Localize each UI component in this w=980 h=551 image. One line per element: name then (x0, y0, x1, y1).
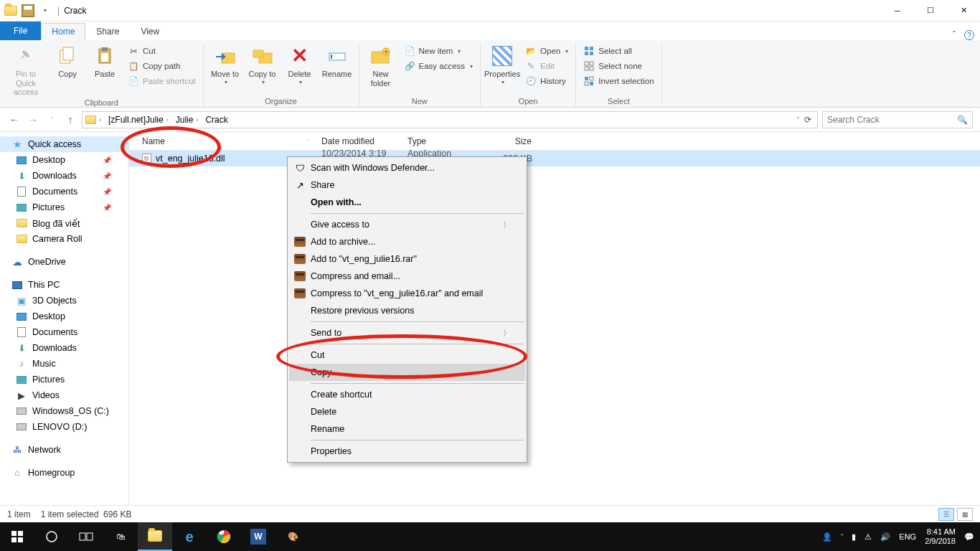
sidebar-item-drive-d[interactable]: LENOVO (D:) (0, 419, 128, 435)
addr-dropdown-icon[interactable]: ˅ (796, 116, 800, 123)
col-type[interactable]: Type (402, 136, 488, 146)
delete-button[interactable]: ✕Delete▾ (283, 43, 317, 87)
sidebar-quick-access[interactable]: ★Quick access (0, 136, 128, 152)
close-button[interactable]: ✕ (947, 0, 980, 22)
paste-shortcut-button[interactable]: 📄Paste shortcut (125, 75, 199, 88)
qat-save-icon[interactable] (20, 3, 36, 19)
sidebar-item-desktop2[interactable]: Desktop (0, 309, 128, 324)
address-bar[interactable]: › [zFull.net]Julie› Julie› Crack ˅⟳ (82, 111, 818, 128)
tab-home[interactable]: Home (41, 23, 85, 40)
sidebar-item-cameraroll[interactable]: Camera Roll (0, 231, 128, 247)
volume-icon[interactable]: 🔊 (880, 532, 890, 542)
people-icon[interactable]: 👤 (822, 532, 832, 542)
ctx-share[interactable]: ↗Share (289, 176, 525, 194)
sidebar-item-pictures[interactable]: Pictures📌 (0, 199, 128, 215)
wifi-icon[interactable]: ⚠ (864, 532, 872, 542)
ctx-delete[interactable]: Delete (289, 403, 525, 420)
tray-up-icon[interactable]: ˆ (841, 533, 843, 540)
chrome-button[interactable] (207, 522, 241, 551)
forward-button[interactable]: → (26, 113, 40, 127)
breadcrumb-item[interactable]: Julie› (174, 115, 203, 125)
ctx-shortcut[interactable]: Create shortcut (289, 386, 525, 403)
qat-dropdown-icon[interactable]: ▾ (37, 3, 53, 19)
sidebar-item-drive-c[interactable]: Windows8_OS (C:) (0, 403, 128, 419)
ctx-rename[interactable]: Rename (289, 420, 525, 438)
refresh-icon[interactable]: ⟳ (804, 115, 811, 125)
minimize-button[interactable]: ─ (881, 0, 914, 22)
ctx-openwith[interactable]: Open with... (289, 194, 525, 211)
language-indicator[interactable]: ENG (899, 532, 916, 541)
ctx-sendto[interactable]: Send to〉 (289, 324, 525, 342)
new-folder-button[interactable]: ✦New folder (364, 43, 398, 89)
tab-share[interactable]: Share (85, 23, 130, 40)
ctx-copy[interactable]: Copy (289, 364, 525, 381)
open-button[interactable]: 📂Open▾ (522, 44, 571, 57)
help-icon[interactable]: ? (964, 30, 974, 40)
explorer-button[interactable] (138, 522, 172, 551)
sidebar-item-documents[interactable]: Documents📌 (0, 184, 128, 199)
new-item-button[interactable]: 📄New item▾ (401, 44, 476, 57)
maximize-button[interactable]: ☐ (914, 0, 947, 22)
rename-button[interactable]: Rename (320, 43, 354, 80)
view-large-button[interactable]: ▦ (957, 508, 973, 521)
sidebar-thispc[interactable]: This PC (0, 277, 128, 293)
cut-button[interactable]: Cut (125, 44, 199, 57)
ctx-cut[interactable]: Cut (289, 347, 525, 364)
ctx-scan[interactable]: Scan with Windows Defender... (289, 159, 525, 176)
ctx-giveaccess[interactable]: Give access to〉 (289, 216, 525, 233)
sidebar-homegroup[interactable]: ⌂Homegroup (0, 465, 128, 481)
cortana-button[interactable] (34, 522, 69, 551)
sidebar-item-3dobjects[interactable]: ▣3D Objects (0, 293, 128, 309)
file-row[interactable]: vt_eng_julie16.dll 10/23/2014 3:19 AM Ap… (129, 151, 980, 166)
sidebar-item-downloads[interactable]: ⬇Downloads📌 (0, 168, 128, 184)
history-button[interactable]: 🕘History (522, 75, 571, 88)
edit-button[interactable]: ✎Edit (522, 60, 571, 72)
col-date[interactable]: Date modified (316, 136, 402, 146)
paint-button[interactable]: 🎨 (275, 522, 310, 551)
sidebar-item-pictures2[interactable]: Pictures (0, 372, 128, 387)
sidebar-item-documents2[interactable]: Documents (0, 324, 128, 340)
ctx-restore[interactable]: Restore previous versions (289, 302, 525, 319)
start-button[interactable] (0, 522, 34, 551)
taskview-button[interactable] (69, 522, 103, 551)
clock[interactable]: 8:41 AM2/9/2018 (925, 527, 956, 545)
pin-quick-access-button[interactable]: Pin to Quick access (4, 43, 47, 98)
search-input[interactable]: Search Crack🔍 (822, 111, 973, 128)
tab-file[interactable]: File (0, 22, 41, 40)
sidebar-item-blog[interactable]: Blog đã viết (0, 215, 128, 231)
tab-view[interactable]: View (130, 23, 170, 40)
sidebar-item-desktop[interactable]: Desktop📌 (0, 152, 128, 168)
col-name[interactable]: Nameˆ (136, 136, 316, 146)
paste-button[interactable]: Paste (88, 43, 122, 80)
sidebar-item-videos[interactable]: ▶Videos (0, 387, 128, 403)
select-none-button[interactable]: Select none (580, 60, 656, 72)
ctx-compressmail[interactable]: Compress and email... (289, 268, 525, 285)
word-button[interactable]: W (241, 522, 275, 551)
battery-icon[interactable]: ▮ (852, 532, 856, 542)
view-details-button[interactable]: ☰ (938, 508, 954, 521)
sidebar-onedrive[interactable]: ☁OneDrive (0, 254, 128, 270)
recent-dropdown[interactable]: ˅ (44, 113, 59, 127)
properties-button[interactable]: Properties▾ (485, 43, 519, 87)
store-button[interactable]: 🛍 (103, 522, 138, 551)
ctx-properties[interactable]: Properties (289, 443, 525, 460)
ctx-addrar[interactable]: Add to "vt_eng_julie16.rar" (289, 250, 525, 268)
notifications-icon[interactable]: 💬 (964, 532, 974, 542)
copy-button[interactable]: Copy (50, 43, 85, 80)
sidebar-item-downloads2[interactable]: ⬇Downloads (0, 340, 128, 356)
edge-button[interactable]: e (172, 522, 207, 551)
breadcrumb-item[interactable]: [zFull.net]Julie› (107, 115, 173, 125)
copy-to-button[interactable]: Copy to▾ (245, 43, 280, 87)
invert-selection-button[interactable]: Invert selection (580, 75, 656, 88)
col-size[interactable]: Size (488, 136, 538, 146)
breadcrumb-item[interactable]: Crack (204, 115, 229, 125)
easy-access-button[interactable]: 🔗Easy access▾ (401, 60, 476, 72)
ctx-addarchive[interactable]: Add to archive... (289, 233, 525, 250)
copy-path-button[interactable]: 📋Copy path (125, 60, 199, 72)
back-button[interactable]: ← (7, 113, 22, 127)
sidebar-network[interactable]: 🖧Network (0, 442, 128, 458)
up-button[interactable]: ↑ (63, 113, 77, 127)
ribbon-collapse-icon[interactable]: ˆ (953, 30, 956, 40)
sidebar-item-music[interactable]: ♪Music (0, 356, 128, 372)
select-all-button[interactable]: Select all (580, 44, 656, 57)
